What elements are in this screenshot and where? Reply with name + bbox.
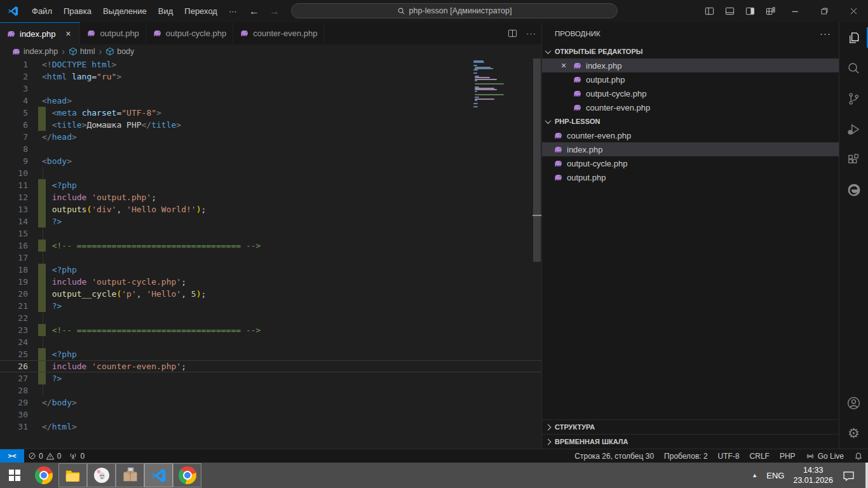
command-center-search[interactable]: php-lesson [Администратор]	[291, 3, 618, 18]
code-line[interactable]: 4<head>	[0, 95, 541, 107]
code-line[interactable]: 23 <!-- ================================…	[0, 324, 541, 336]
tray-expand-icon[interactable]: ▲	[752, 472, 757, 478]
taskbar-yandex-app[interactable]	[87, 463, 116, 487]
code-line[interactable]: 6 <title>Домашка PHP</title>	[0, 119, 541, 131]
language-indicator[interactable]: ENG	[766, 471, 784, 480]
status-utf-8[interactable]: UTF-8	[713, 449, 745, 463]
code-line[interactable]: 13 outputs('div', 'Hello World!');	[0, 203, 541, 215]
file-tree-item-index.php[interactable]: index.php	[542, 142, 839, 156]
status-пробелов-2[interactable]: Пробелов: 2	[659, 449, 713, 463]
notification-center-icon[interactable]	[842, 469, 855, 482]
status-bell[interactable]	[849, 449, 868, 463]
code-line[interactable]: 19 include 'output-cycle.php';	[0, 276, 541, 288]
file-tree-item-counter-even.php[interactable]: counter-even.php	[542, 128, 839, 142]
menu-item[interactable]: ···	[223, 4, 243, 19]
taskbar-chrome[interactable]	[173, 463, 201, 487]
menu-item[interactable]: Выделение	[97, 4, 153, 19]
code-line[interactable]: 18 <?php	[0, 264, 541, 276]
nav-forward-icon[interactable]: →	[269, 6, 280, 17]
taskbar-clock[interactable]: 14:33 23.01.2026	[793, 465, 833, 486]
code-line[interactable]: 16 <!-- ================================…	[0, 240, 541, 252]
toggle-panel-left-icon[interactable]	[699, 0, 719, 22]
activitybar-files[interactable]	[839, 22, 868, 53]
code-line[interactable]: 20 output__cycle('p', 'Hello', 5);	[0, 288, 541, 300]
activitybar-extensions[interactable]	[839, 144, 868, 175]
remote-indicator[interactable]: ><	[0, 449, 24, 463]
toggle-panel-bottom-icon[interactable]	[719, 0, 740, 22]
tab-counter-even.php[interactable]: counter-even.php	[233, 22, 324, 44]
menu-item[interactable]: Правка	[58, 4, 97, 19]
status-go-live[interactable]: Go Live	[801, 449, 849, 463]
code-line[interactable]: 7</head>	[0, 131, 541, 143]
code-line[interactable]: 1<!DOCTYPE html>	[0, 58, 541, 71]
nav-back-icon[interactable]: ←	[249, 6, 259, 17]
status-php[interactable]: PHP	[775, 449, 801, 463]
toggle-sidebar-right-icon[interactable]	[740, 0, 760, 22]
tab-index.php[interactable]: index.php×	[0, 22, 80, 44]
split-editor-icon[interactable]	[508, 29, 517, 38]
taskbar-windows-start[interactable]	[0, 463, 29, 488]
tab-close-icon[interactable]: ×	[63, 29, 73, 39]
activitybar-source-control[interactable]	[839, 83, 868, 114]
code-line[interactable]: 27 ?>	[0, 372, 541, 384]
code-line[interactable]: 21 ?>	[0, 300, 541, 312]
code-line[interactable]: 5 <meta charset="UTF-8">	[0, 107, 541, 119]
ports-indicator[interactable]: 0	[65, 449, 88, 463]
code-line[interactable]: 28	[0, 384, 541, 396]
code-line[interactable]: 14 ?>	[0, 215, 541, 227]
customize-layout-icon[interactable]	[760, 0, 780, 22]
breadcrumb-item-index.php[interactable]: index.php	[11, 47, 58, 57]
show-desktop-button[interactable]	[865, 463, 868, 488]
taskbar-chrome[interactable]	[29, 463, 58, 488]
code-line[interactable]: 30	[0, 409, 541, 421]
code-line[interactable]: 24	[0, 336, 541, 348]
more-actions-icon[interactable]: ···	[526, 29, 536, 38]
activitybar-account[interactable]	[839, 388, 868, 418]
open-editor-counter-even.php[interactable]: counter-even.php	[542, 100, 839, 114]
file-tree-item-output-cycle.php[interactable]: output-cycle.php	[542, 156, 839, 170]
restore-button[interactable]	[810, 0, 839, 22]
code-line[interactable]: 26 include 'counter-even.php';	[0, 360, 541, 372]
close-editor-icon[interactable]: ×	[559, 60, 569, 71]
code-line[interactable]: 2<html lang="ru">	[0, 71, 541, 83]
code-line[interactable]: 22	[0, 312, 541, 324]
code-line[interactable]: 12 include 'output.php';	[0, 191, 541, 203]
activitybar-run-debug[interactable]	[839, 114, 868, 144]
taskbar-box-app[interactable]	[116, 463, 144, 487]
code-line[interactable]: 8	[0, 143, 541, 155]
menu-item[interactable]: Вид	[153, 4, 179, 19]
code-line[interactable]: 11 <?php	[0, 179, 541, 191]
open-editor-index.php[interactable]: ×index.php	[542, 58, 839, 72]
code-line[interactable]: 25 <?php	[0, 348, 541, 360]
code-line[interactable]: 29</body>	[0, 396, 541, 409]
close-button[interactable]	[839, 0, 868, 22]
tab-output.php[interactable]: output.php	[80, 22, 146, 44]
section-folder[interactable]: PHP-LESSON	[542, 114, 839, 128]
section-outline[interactable]: СТРУКТУРА	[542, 419, 839, 434]
problems-indicator[interactable]: 0 0	[24, 449, 65, 463]
code-line[interactable]: 10	[0, 167, 541, 179]
breadcrumb-item-body[interactable]: body	[105, 47, 134, 56]
section-timeline[interactable]: ВРЕМЕННАЯ ШКАЛА	[542, 434, 839, 449]
code-editor[interactable]: 1<!DOCTYPE html>2<html lang="ru">34<head…	[0, 58, 541, 449]
code-line[interactable]: 31</html>	[0, 421, 541, 433]
minimize-button[interactable]: ─	[780, 0, 810, 22]
file-tree-item-output.php[interactable]: output.php	[542, 170, 839, 184]
open-editor-output-cycle.php[interactable]: output-cycle.php	[542, 86, 839, 100]
tab-output-cycle.php[interactable]: output-cycle.php	[146, 22, 233, 44]
activitybar-edge-devtools[interactable]	[839, 175, 868, 205]
taskbar-file-explorer[interactable]	[58, 463, 87, 487]
breadcrumb-item-html[interactable]: html	[69, 47, 95, 56]
status-crlf[interactable]: CRLF	[745, 449, 775, 463]
menu-item[interactable]: Переход	[179, 4, 223, 19]
code-line[interactable]: 3	[0, 83, 541, 95]
open-editor-output.php[interactable]: output.php	[542, 72, 839, 86]
section-open-editors[interactable]: ОТКРЫТЫЕ РЕДАКТОРЫ	[542, 44, 839, 58]
explorer-more-actions-icon[interactable]: ···	[820, 28, 831, 39]
code-line[interactable]: 17	[0, 252, 541, 264]
code-line[interactable]: 9<body>	[0, 155, 541, 167]
status-строка-26-столбец-30[interactable]: Строка 26, столбец 30	[569, 449, 659, 463]
menu-item[interactable]: Файл	[26, 4, 58, 19]
code-line[interactable]: 15	[0, 227, 541, 240]
activitybar-search[interactable]	[839, 53, 868, 83]
